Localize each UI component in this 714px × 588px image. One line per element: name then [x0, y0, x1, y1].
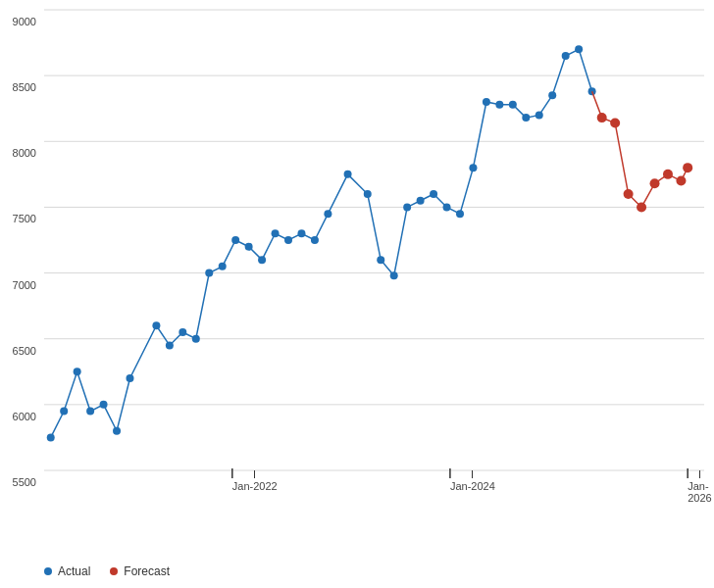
chart-area [44, 10, 704, 470]
svg-point-14 [126, 374, 133, 382]
actual-dot [44, 567, 52, 575]
chart-container: 90008500800075007000650060005500 Jan-202… [0, 0, 714, 588]
x-axis-tick: Jan-2026 [688, 470, 711, 504]
svg-point-17 [178, 328, 186, 336]
svg-point-48 [597, 113, 607, 122]
actual-label: Actual [58, 564, 90, 578]
x-tick-line [254, 470, 255, 478]
legend: Actual Forecast [44, 564, 170, 578]
x-axis-area: Jan-2022Jan-2024Jan-2026 [44, 470, 704, 529]
svg-point-37 [456, 210, 464, 218]
svg-point-36 [443, 203, 451, 211]
forecast-dot [110, 567, 118, 575]
x-tick-line [472, 470, 473, 478]
svg-point-44 [548, 91, 556, 99]
svg-point-29 [344, 171, 352, 178]
x-tick-label: Jan-2024 [450, 480, 495, 492]
x-axis-tick: Jan-2022 [232, 470, 278, 492]
svg-point-27 [311, 236, 319, 244]
svg-point-26 [297, 229, 305, 237]
chart-svg [44, 10, 704, 470]
x-axis-tick: Jan-2024 [450, 470, 495, 492]
y-axis-label: 8000 [13, 147, 36, 159]
svg-point-20 [219, 263, 227, 270]
x-tick-label: Jan-2022 [232, 480, 278, 492]
y-axis-label: 7500 [13, 213, 36, 224]
svg-point-34 [417, 197, 425, 205]
svg-point-39 [483, 98, 490, 106]
x-tick-line [699, 470, 700, 478]
svg-point-38 [469, 164, 477, 172]
svg-point-54 [676, 176, 686, 186]
y-axis-label: 7000 [13, 279, 36, 291]
x-tick-label: Jan-2026 [688, 480, 711, 504]
y-axis-label: 6500 [13, 345, 36, 357]
svg-point-49 [610, 118, 620, 127]
svg-point-11 [86, 408, 94, 416]
svg-point-53 [663, 170, 673, 179]
svg-point-55 [683, 163, 692, 172]
svg-point-23 [258, 256, 266, 264]
y-axis: 90008500800075007000650060005500 [0, 10, 44, 470]
y-axis-label: 6000 [13, 411, 36, 422]
svg-point-12 [100, 401, 108, 409]
svg-point-30 [364, 190, 372, 198]
svg-point-31 [377, 256, 384, 264]
svg-point-21 [231, 236, 239, 244]
svg-point-52 [650, 178, 660, 188]
svg-point-46 [575, 45, 583, 53]
svg-point-19 [205, 270, 213, 277]
legend-actual: Actual [44, 564, 90, 578]
svg-point-8 [47, 433, 55, 441]
svg-point-22 [245, 243, 253, 251]
svg-point-43 [536, 111, 543, 119]
svg-point-42 [522, 114, 530, 122]
svg-point-28 [324, 210, 332, 218]
svg-point-45 [562, 52, 570, 60]
y-axis-label: 5500 [13, 476, 36, 488]
svg-point-50 [624, 189, 634, 199]
svg-point-51 [637, 202, 646, 212]
svg-point-24 [272, 229, 280, 237]
svg-point-25 [284, 236, 292, 244]
svg-point-18 [192, 335, 200, 343]
y-axis-label: 8500 [13, 81, 36, 93]
legend-forecast: Forecast [110, 564, 170, 578]
svg-point-41 [509, 101, 517, 109]
svg-point-40 [495, 101, 503, 109]
svg-point-35 [430, 190, 437, 198]
svg-point-9 [60, 408, 68, 416]
svg-point-32 [390, 271, 398, 279]
svg-point-13 [113, 427, 121, 435]
y-axis-label: 9000 [13, 16, 36, 27]
svg-point-10 [74, 368, 81, 375]
forecast-label: Forecast [124, 564, 170, 578]
svg-point-15 [152, 321, 160, 329]
svg-point-33 [403, 203, 411, 211]
svg-point-16 [166, 341, 174, 349]
